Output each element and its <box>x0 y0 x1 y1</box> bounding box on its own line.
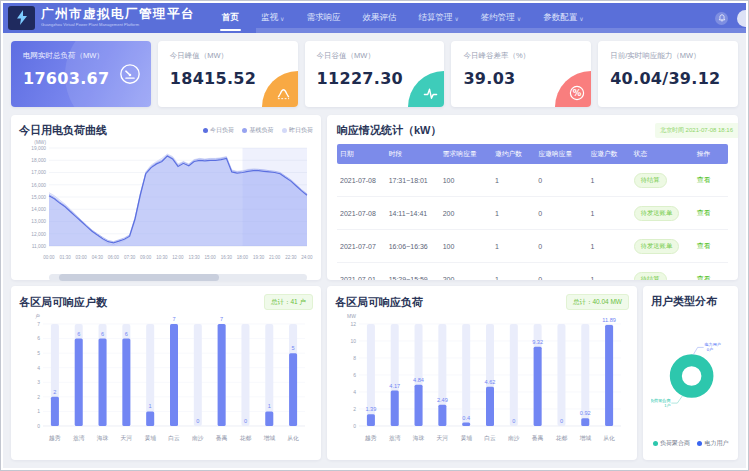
table-cell: 1 <box>492 263 535 281</box>
x-axis-category: 天河 <box>437 434 449 442</box>
bar[interactable] <box>289 353 297 426</box>
nav-item-label: 首页 <box>222 12 239 24</box>
bar-track <box>194 324 202 426</box>
legend-item-2[interactable]: 基线负荷 <box>242 126 274 135</box>
y-axis-tick: 2 <box>353 406 356 412</box>
bar-value-label: 6 <box>101 331 104 337</box>
view-link[interactable]: 查看 <box>697 275 711 280</box>
bar[interactable] <box>534 347 542 426</box>
district-load-bar-chart[interactable]: 024681012MW1.39越秀4.17荔湾4.84海珠2.49天河0.4黄埔… <box>335 310 629 450</box>
kpi-card-5[interactable]: 日前/实时响应能力（MW）40.04/39.12 <box>598 41 738 107</box>
load-curve-chart[interactable]: 11,00012,00013,00014,00015,00016,00017,0… <box>19 138 313 268</box>
bar[interactable] <box>438 405 446 426</box>
col-header-5: 应邀响应量 <box>535 144 587 164</box>
bar[interactable] <box>218 324 226 426</box>
table-cell: 0 <box>535 164 587 197</box>
bar[interactable] <box>170 324 178 426</box>
y-axis-tick: 6 <box>353 372 356 378</box>
bar-value-label: 7 <box>220 316 223 322</box>
y-axis-tick: 7 <box>37 321 40 327</box>
bar[interactable] <box>75 339 83 426</box>
action-cell: 查看 <box>694 263 728 281</box>
legend-label: 电力用户 <box>705 439 729 448</box>
x-axis-category: 南沙 <box>508 435 520 442</box>
load-curve-panel: 今日用电负荷曲线 今日负荷基线负荷昨日负荷 11,00012,00013,000… <box>11 115 321 280</box>
y-axis-tick: 4 <box>353 389 356 395</box>
nav-item-label: 参数配置 <box>543 12 577 24</box>
legend-item-1[interactable]: 今日负荷 <box>203 126 235 135</box>
bar-value-label: 1.39 <box>365 406 376 412</box>
legend-dot <box>653 441 658 446</box>
kpi-label: 今日峰谷差率（%） <box>463 51 579 61</box>
table-cell: 1 <box>492 164 535 197</box>
col-header-7: 状态 <box>631 144 694 164</box>
bar[interactable] <box>367 414 375 426</box>
bar-track <box>265 324 273 426</box>
y-axis-tick: 2 <box>37 394 40 400</box>
bar-value-label: 0 <box>512 418 515 424</box>
x-axis-category: 海珠 <box>97 435 109 442</box>
status-cell: 待发送账单 <box>631 197 694 230</box>
table-cell: 14:11~14:41 <box>386 197 440 230</box>
donut-ring[interactable] <box>676 360 708 392</box>
table-cell: 1 <box>492 230 535 263</box>
kpi-label: 今日谷值（MW） <box>317 51 433 61</box>
status-badge: 待结算 <box>634 173 667 188</box>
y-axis-tick: 13,000 <box>31 219 46 224</box>
datazoom-slider[interactable] <box>49 274 307 281</box>
x-axis-category: 越秀 <box>365 434 377 442</box>
x-axis-tick: 21:00 <box>269 255 281 260</box>
district-users-bar-chart[interactable]: 01234567户2越秀6荔湾6海珠6天河1黄埔7白云0南沙7番禺0花都1增城5… <box>19 310 313 450</box>
bar[interactable] <box>51 397 59 426</box>
user-type-title: 用户类型分布 <box>651 294 730 309</box>
callout-count: 1户 <box>664 403 670 408</box>
bar[interactable] <box>486 387 494 426</box>
bar[interactable] <box>605 325 613 426</box>
nav-item-1[interactable]: 首页 <box>211 3 250 33</box>
app-subtitle: Guangzhou Virtual Power Plant Management… <box>41 23 146 27</box>
user-avatar[interactable] <box>737 10 746 27</box>
view-link[interactable]: 查看 <box>697 176 711 183</box>
col-header-1: 日期 <box>337 144 386 164</box>
bar[interactable] <box>415 385 423 426</box>
view-link[interactable]: 查看 <box>697 242 711 249</box>
kpi-card-1[interactable]: 电网实时总负荷（MW）17603.67 <box>11 41 151 107</box>
table-cell: 15:29~15:59 <box>386 263 440 281</box>
user-type-legend-item-1[interactable]: 负荷聚合商 <box>653 439 691 448</box>
user-type-legend-item-2[interactable]: 电力用户 <box>697 439 729 448</box>
user-type-donut-body: 电力用户0户负荷聚合商1户 <box>651 309 730 437</box>
bottom-row: 各区局可响应户数 总计：41 户 01234567户2越秀6荔湾6海珠6天河1黄… <box>11 286 738 460</box>
user-type-donut-chart[interactable]: 电力用户0户负荷聚合商1户 <box>651 309 730 437</box>
col-header-4: 邀约户数 <box>492 144 535 164</box>
bar[interactable] <box>391 391 399 426</box>
bar[interactable] <box>581 418 589 426</box>
kpi-card-3[interactable]: 今日谷值（MW）11227.30 <box>305 41 445 107</box>
app-logo <box>8 6 35 30</box>
user-type-legend: 负荷聚合商电力用户 <box>651 437 730 452</box>
bar-value-label: 2.49 <box>437 397 448 403</box>
brand-block: 广州市虚拟电厂管理平台 Guangzhou Virtual Power Plan… <box>41 8 195 28</box>
notification-bell-icon[interactable] <box>715 12 728 25</box>
legend-item-3[interactable]: 昨日负荷 <box>282 126 314 135</box>
kpi-label: 日前/实时响应能力（MW） <box>610 51 726 61</box>
app-title: 广州市虚拟电厂管理平台 <box>41 8 195 22</box>
bar-value-label: 7 <box>172 316 175 322</box>
bar-value-label: 4.62 <box>485 379 496 385</box>
kpi-card-4[interactable]: 今日峰谷差率（%）39.03% <box>451 41 591 107</box>
table-cell: 200 <box>440 197 492 230</box>
district-load-panel: 各区局可响应负荷 总计：40.04 MW 024681012MW1.39越秀4.… <box>327 286 637 460</box>
datazoom-handle[interactable] <box>59 274 219 281</box>
bar-value-label: 1 <box>268 403 271 409</box>
y-axis-tick: 16,000 <box>31 183 46 188</box>
view-link[interactable]: 查看 <box>697 209 711 216</box>
bar[interactable] <box>265 411 273 426</box>
bar[interactable] <box>462 423 470 426</box>
table-cell: 1 <box>492 197 535 230</box>
kpi-card-2[interactable]: 今日峰值（MW）18415.52 <box>158 41 298 107</box>
bar[interactable] <box>146 411 154 426</box>
bar[interactable] <box>122 339 130 426</box>
table-cell: 1 <box>587 263 630 281</box>
x-axis-category: 越秀 <box>49 434 61 442</box>
bar[interactable] <box>99 339 107 426</box>
legend-dot <box>203 128 208 133</box>
